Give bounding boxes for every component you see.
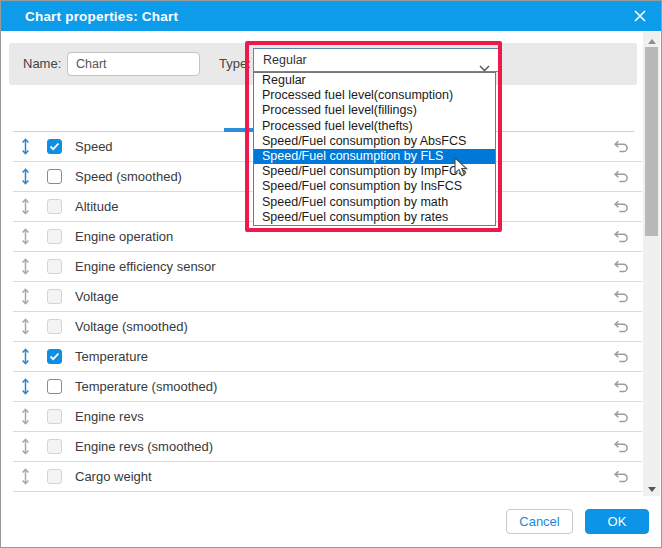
- undo-icon[interactable]: [613, 230, 630, 244]
- close-icon[interactable]: [633, 9, 647, 23]
- sensor-checkbox[interactable]: [47, 379, 62, 394]
- sensor-checkbox[interactable]: [47, 169, 62, 184]
- type-option[interactable]: Speed/Fuel consumption by rates: [254, 210, 495, 225]
- sensor-checkbox[interactable]: [47, 319, 62, 334]
- sensor-checkbox[interactable]: [47, 139, 62, 154]
- sensor-checkbox[interactable]: [47, 469, 62, 484]
- type-select-value: Regular: [254, 53, 307, 67]
- sensor-checkbox[interactable]: [47, 409, 62, 424]
- drag-handle-icon[interactable]: [21, 258, 31, 275]
- type-label: Type:: [219, 56, 251, 71]
- sensor-checkbox[interactable]: [47, 289, 62, 304]
- sensor-label: Engine operation: [75, 229, 173, 244]
- drag-handle-icon[interactable]: [21, 408, 31, 425]
- sensor-row: Temperature: [13, 342, 642, 372]
- sensor-checkbox[interactable]: [47, 199, 62, 214]
- type-option[interactable]: Regular: [254, 73, 495, 88]
- sensor-row: Cargo weight: [13, 462, 642, 492]
- sensor-checkbox[interactable]: [47, 259, 62, 274]
- scroll-down-icon[interactable]: [643, 482, 660, 496]
- sensor-label: Engine revs (smoothed): [75, 439, 213, 454]
- undo-icon[interactable]: [613, 380, 630, 394]
- type-option[interactable]: Processed fuel level(consumption): [254, 88, 495, 103]
- drag-handle-icon[interactable]: [21, 228, 31, 245]
- type-dropdown-list: RegularProcessed fuel level(consumption)…: [253, 72, 496, 226]
- sensor-label: Temperature (smoothed): [75, 379, 217, 394]
- type-option[interactable]: Speed/Fuel consumption by FLS: [254, 149, 495, 164]
- undo-icon[interactable]: [613, 170, 630, 184]
- sensor-checkbox[interactable]: [47, 229, 62, 244]
- sensor-label: Speed: [75, 139, 113, 154]
- undo-icon[interactable]: [613, 260, 630, 274]
- sensor-row: Engine operation: [13, 222, 642, 252]
- sensor-row: Engine efficiency sensor: [13, 252, 642, 282]
- sensor-label: Engine efficiency sensor: [75, 259, 216, 274]
- name-input[interactable]: [67, 52, 200, 76]
- vertical-scrollbar[interactable]: [643, 32, 660, 498]
- scrollbar-thumb[interactable]: [645, 47, 658, 236]
- sensor-label: Engine revs: [75, 409, 144, 424]
- drag-handle-icon[interactable]: [21, 288, 31, 305]
- sensor-row: Voltage (smoothed): [13, 312, 642, 342]
- sensor-row: Engine revs: [13, 402, 642, 432]
- drag-handle-icon[interactable]: [21, 438, 31, 455]
- sensor-checkbox[interactable]: [47, 349, 62, 364]
- drag-handle-icon[interactable]: [21, 198, 31, 215]
- type-option[interactable]: Speed/Fuel consumption by ImpFCS: [254, 164, 495, 179]
- drag-handle-icon[interactable]: [21, 378, 31, 395]
- type-option[interactable]: Speed/Fuel consumption by math: [254, 195, 495, 210]
- dialog-titlebar: Chart properties: Chart: [1, 1, 661, 31]
- drag-handle-icon[interactable]: [21, 138, 31, 155]
- undo-icon[interactable]: [613, 470, 630, 484]
- sensor-label: Temperature: [75, 349, 148, 364]
- sensor-row: Temperature (smoothed): [13, 372, 642, 402]
- drag-handle-icon[interactable]: [21, 168, 31, 185]
- sensor-label: Voltage: [75, 289, 118, 304]
- drag-handle-icon[interactable]: [21, 318, 31, 335]
- type-option[interactable]: Speed/Fuel consumption by AbsFCS: [254, 134, 495, 149]
- ok-button[interactable]: OK: [585, 509, 649, 534]
- sensor-label: Altitude: [75, 199, 118, 214]
- sensor-checkbox[interactable]: [47, 439, 62, 454]
- undo-icon[interactable]: [613, 350, 630, 364]
- type-option[interactable]: Processed fuel level(thefts): [254, 119, 495, 134]
- undo-icon[interactable]: [613, 320, 630, 334]
- undo-icon[interactable]: [613, 440, 630, 454]
- type-option[interactable]: Processed fuel level(fillings): [254, 103, 495, 118]
- chart-properties-dialog: Chart properties: Chart Name: Type: Spee…: [0, 0, 662, 548]
- dialog-footer: Cancel OK: [2, 496, 660, 546]
- drag-handle-icon[interactable]: [21, 468, 31, 485]
- type-option[interactable]: Speed/Fuel consumption by InsFCS: [254, 179, 495, 194]
- undo-icon[interactable]: [613, 410, 630, 424]
- type-select[interactable]: Regular: [253, 48, 499, 72]
- undo-icon[interactable]: [613, 290, 630, 304]
- sensor-row: Engine revs (smoothed): [13, 432, 642, 462]
- sensor-row: Voltage: [13, 282, 642, 312]
- dialog-title: Chart properties: Chart: [1, 9, 178, 24]
- sensor-label: Voltage (smoothed): [75, 319, 188, 334]
- sensor-label: Cargo weight: [75, 469, 152, 484]
- undo-icon[interactable]: [613, 200, 630, 214]
- cancel-button[interactable]: Cancel: [506, 509, 573, 534]
- undo-icon[interactable]: [613, 140, 630, 154]
- name-label: Name:: [23, 56, 61, 71]
- sensor-label: Speed (smoothed): [75, 169, 182, 184]
- drag-handle-icon[interactable]: [21, 348, 31, 365]
- scroll-up-icon[interactable]: [643, 34, 660, 48]
